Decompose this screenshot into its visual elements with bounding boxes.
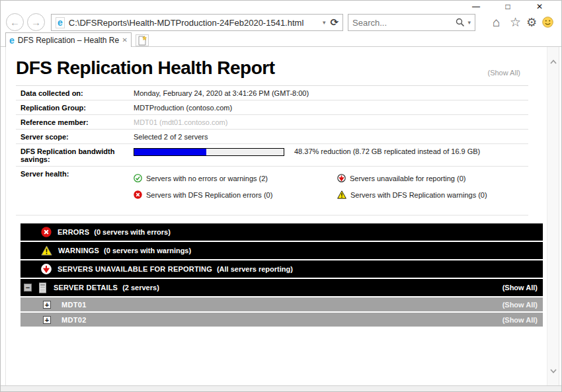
address-url[interactable]: C:\DFSReports\Health-MDTProduction-24Feb… bbox=[69, 18, 320, 28]
unavailable-icon bbox=[41, 264, 52, 274]
ok-icon bbox=[134, 174, 142, 182]
search-input[interactable] bbox=[352, 18, 456, 28]
back-icon: ← bbox=[10, 17, 20, 28]
section-servers-unavailable[interactable]: SERVERS UNAVAILABLE FOR REPORTING (All s… bbox=[20, 260, 543, 278]
minimize-button[interactable]: — bbox=[465, 1, 487, 13]
server-row-mdt02[interactable]: + MDT02 (Show All) bbox=[20, 313, 543, 327]
close-button[interactable]: ✕ bbox=[528, 1, 551, 13]
health-item-errors: Servers with DFS Replication errors (0) bbox=[134, 190, 337, 199]
server-show-all-link[interactable]: (Show All) bbox=[502, 316, 538, 324]
server-show-all-link[interactable]: (Show All) bbox=[502, 301, 538, 309]
unavailable-icon bbox=[337, 174, 346, 182]
forward-icon: → bbox=[31, 17, 41, 28]
expand-icon[interactable]: + bbox=[43, 316, 51, 324]
scroll-down-icon[interactable] bbox=[549, 366, 558, 375]
ie-page-icon: e bbox=[56, 17, 65, 28]
server-row-mdt01[interactable]: + MDT01 (Show All) bbox=[20, 297, 543, 311]
warning-icon bbox=[337, 190, 346, 199]
health-text: Servers with no errors or warnings (2) bbox=[146, 175, 268, 182]
warning-icon bbox=[41, 245, 52, 256]
health-item-warnings: Servers with DFS Replication warnings (0… bbox=[337, 190, 487, 199]
tab-title: DFS Replication – Health Re... bbox=[18, 36, 120, 45]
field-value: Monday, February 24, 2020 at 3:41:26 PM … bbox=[134, 89, 309, 97]
maximize-button[interactable]: □ bbox=[497, 1, 519, 13]
field-row-replication-group: Replication Group: MDTProduction (contos… bbox=[16, 100, 528, 115]
section-title: SERVERS UNAVAILABLE FOR REPORTING bbox=[58, 265, 212, 273]
search-box[interactable]: ▾ bbox=[348, 14, 475, 31]
health-text: Servers unavailable for reporting (0) bbox=[350, 175, 465, 182]
favorites-button[interactable]: ☆ bbox=[510, 15, 521, 30]
section-subtitle: (All servers reporting) bbox=[217, 265, 293, 273]
section-subtitle: (2 servers) bbox=[122, 284, 159, 292]
health-text: Servers with DFS Replication warnings (0… bbox=[350, 191, 487, 199]
browser-window: — □ ✕ ← → e C:\DFSReports\Health-MDTProd… bbox=[0, 0, 562, 392]
server-icon bbox=[38, 282, 48, 294]
refresh-icon[interactable]: ⟳ bbox=[330, 17, 339, 28]
settings-button[interactable]: ⚙ bbox=[526, 15, 537, 30]
section-title: SERVER DETAILS bbox=[54, 284, 118, 292]
new-tab-button[interactable] bbox=[136, 34, 149, 46]
new-tab-icon bbox=[138, 36, 147, 46]
tab-band: e DFS Replication – Health Re... ✕ bbox=[1, 32, 561, 47]
field-label: Reference member: bbox=[20, 118, 134, 126]
search-dropdown-icon[interactable]: ▾ bbox=[467, 19, 471, 26]
gear-icon: ⚙ bbox=[526, 16, 537, 29]
navigation-bar: ← → e C:\DFSReports\Health-MDTProduction… bbox=[1, 13, 561, 32]
field-label: Server health: bbox=[20, 170, 134, 212]
page-viewport: DFS Replication Health Report (Show All)… bbox=[5, 47, 559, 386]
scroll-up-icon[interactable] bbox=[549, 58, 558, 67]
search-icon[interactable] bbox=[456, 18, 465, 27]
tab-dfs-health-report[interactable]: e DFS Replication – Health Re... ✕ bbox=[5, 32, 132, 47]
server-name: MDT01 bbox=[61, 301, 87, 309]
health-item-ok: Servers with no errors or warnings (2) bbox=[134, 174, 337, 182]
section-server-details[interactable]: − SERVER DETAILS (2 servers) (Show All) bbox=[20, 279, 543, 296]
expand-icon[interactable]: + bbox=[43, 301, 51, 309]
home-icon: ⌂ bbox=[493, 15, 500, 29]
field-row-server-health: Server health: Servers with no errors or… bbox=[16, 167, 528, 216]
section-subtitle: (0 servers with errors) bbox=[94, 228, 171, 236]
show-all-link[interactable]: (Show All) bbox=[487, 69, 520, 77]
section-subtitle: (0 servers with warnings) bbox=[104, 247, 191, 255]
feedback-button[interactable] bbox=[542, 17, 553, 30]
field-value: MDT01 (mdt01.contoso.com) bbox=[134, 118, 227, 126]
tab-ie-icon: e bbox=[9, 36, 15, 45]
field-value: MDTProduction (contoso.com) bbox=[134, 104, 232, 112]
section-title: ERRORS bbox=[58, 228, 89, 236]
bandwidth-fill bbox=[134, 149, 206, 155]
server-name: MDT02 bbox=[61, 316, 87, 324]
window-bottom-edge bbox=[1, 385, 561, 391]
field-label: Data collected on: bbox=[20, 89, 134, 97]
star-icon: ☆ bbox=[510, 15, 521, 29]
address-dropdown-icon[interactable]: ▾ bbox=[323, 19, 326, 26]
section-errors[interactable]: ERRORS (0 servers with errors) bbox=[20, 223, 543, 241]
bandwidth-progress-bar bbox=[134, 148, 284, 156]
field-row-bandwidth-savings: DFS Replication bandwidth savings: 48.37… bbox=[16, 144, 528, 167]
section-title: WARNINGS bbox=[58, 247, 99, 255]
bandwidth-text: 48.37% reduction (8.72 GB replicated ins… bbox=[294, 147, 480, 155]
back-button[interactable]: ← bbox=[6, 13, 24, 31]
field-row-reference-member: Reference member: MDT01 (mdt01.contoso.c… bbox=[16, 115, 528, 130]
health-item-unavailable: Servers unavailable for reporting (0) bbox=[337, 174, 487, 182]
forward-button[interactable]: → bbox=[27, 13, 45, 31]
smiley-icon bbox=[542, 17, 553, 28]
page-title: DFS Replication Health Report bbox=[16, 56, 307, 79]
section-show-all-link[interactable]: (Show All) bbox=[502, 284, 538, 292]
field-label: Server scope: bbox=[20, 133, 134, 141]
health-text: Servers with DFS Replication errors (0) bbox=[146, 191, 272, 199]
report-content: DFS Replication Health Report (Show All)… bbox=[6, 47, 548, 386]
field-label: Replication Group: bbox=[20, 104, 134, 112]
field-label: DFS Replication bandwidth savings: bbox=[20, 147, 134, 163]
vertical-scrollbar[interactable] bbox=[547, 47, 559, 386]
address-bar[interactable]: e C:\DFSReports\Health-MDTProduction-24F… bbox=[51, 14, 343, 31]
report-sections: ERRORS (0 servers with errors) WARNINGS … bbox=[20, 223, 543, 327]
field-row-server-scope: Server scope: Selected 2 of 2 servers bbox=[16, 130, 528, 144]
home-button[interactable]: ⌂ bbox=[493, 15, 500, 30]
error-icon bbox=[134, 190, 142, 199]
tab-close-icon[interactable]: ✕ bbox=[122, 36, 128, 44]
field-value: Selected 2 of 2 servers bbox=[134, 133, 208, 141]
collapse-icon[interactable]: − bbox=[24, 284, 32, 292]
error-icon bbox=[41, 227, 52, 237]
section-warnings[interactable]: WARNINGS (0 servers with warnings) bbox=[20, 242, 543, 259]
field-row-data-collected: Data collected on: Monday, February 24, … bbox=[16, 86, 528, 100]
